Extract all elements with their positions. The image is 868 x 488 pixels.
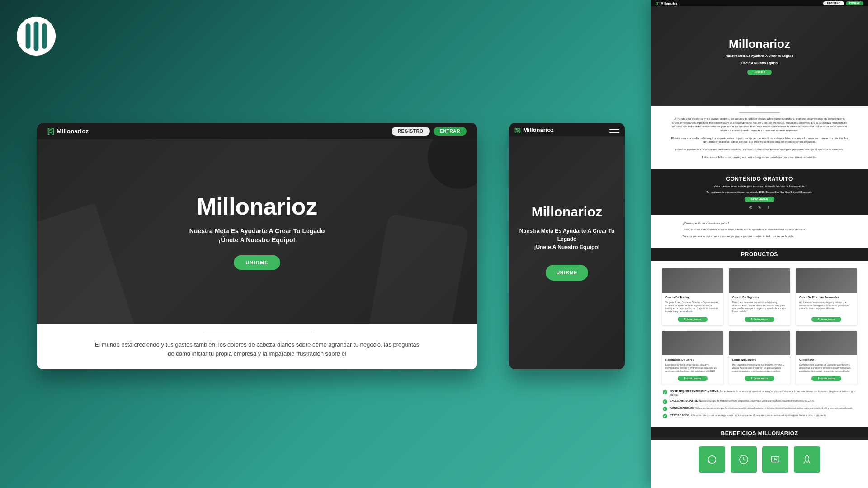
know-p1: Lo es, pero solo en potencia, si no se t… [683,228,836,232]
unirme-button[interactable]: UNIRME [747,70,772,75]
entrar-button[interactable]: ENTRAR [434,127,467,136]
brand-name: Millonarioz [523,127,554,133]
benefit-icon-4 [794,446,820,473]
product-image [796,268,857,293]
registro-button[interactable]: REGISTRO [823,1,844,5]
product-body: Cursos De TradingTe gusta Forex, Opcione… [662,293,723,317]
product-desc: Te gusta Forex, Opciones Binarias o Crip… [665,301,720,313]
intro-divider [203,332,311,332]
check-icon: ✓ [663,407,667,411]
clock-icon [737,453,750,466]
productos-grid: Cursos De TradingTe gusta Forex, Opcione… [651,261,868,387]
instagram-icon[interactable]: ◎ [748,206,753,210]
product-body: Curso De Finanzas PersonalesAquí te ense… [796,293,857,317]
benefit-icon-2 [731,446,757,473]
hero-title: Millonarioz [532,204,603,220]
intro-section: El mundo está creciendo y tus gastos tam… [37,324,477,358]
nav-buttons: REGISTRO ENTRAR [823,1,863,5]
feature-text: NO SE REQUIERE EXPERIENCIA PREVIA. No es… [670,390,856,397]
feature-text: EXCELENTE SOPORTE. Nuestro equipo de tra… [670,399,815,403]
beneficios-heading: BENEFICIOS MILLONARIOZ [651,427,868,440]
mobile-hero: Millonarioz Nuestra Meta Es Ayudarte A C… [509,136,625,369]
product-image [729,268,790,293]
navbar: [$] Millonarioz REGISTRO ENTRAR [37,123,477,139]
hero-sub1: Nuestra Meta Es Ayudarte A Crear Tu Lega… [726,54,793,58]
product-card: Loans No BordersHaz un análisis completo… [729,331,790,385]
brand: [$] Millonarioz [47,127,89,135]
brand-name: Millonarioz [57,128,89,135]
hero-decor [37,203,137,324]
feature-item: ✓CERTIFICACIÓN. Al finalizar tus cursos … [663,414,856,418]
product-image [662,268,723,293]
intro-f1: El mundo está creciendo y tus gastos tam… [671,117,848,133]
hero-sub2: ¡Únete A Nuestro Equipo! [741,61,779,65]
hamburger-menu-icon[interactable] [609,127,619,133]
product-card: Resúmenes De LibrosLeer libros continúa … [662,331,723,385]
gratuito-title: CONTENIDO GRATUITO [678,176,841,182]
product-desc: Contamos con expertos de Consultoría Fin… [799,363,854,372]
hero-sub2: ¡Únete A Nuestro Equipo! [219,235,295,244]
product-button[interactable]: Próximamente [811,317,841,322]
hv-logo [16,16,57,56]
preview-mobile: [$] Millonarioz Millonarioz Nuestra Meta… [509,123,625,369]
product-title: Cursos De Trading [665,296,720,299]
productos-heading: PRODUCTOS [651,248,868,261]
hero-title: Millonarioz [729,37,790,51]
gratuito-line2: Te regalamos la guía resumida con un val… [678,191,841,194]
brand: [$] Millonarioz [656,2,677,5]
product-button[interactable]: Próximamente [678,376,707,381]
product-button[interactable]: Próximamente [678,317,707,322]
gratuito-line1: Visita nuestras redes sociales para enco… [678,185,841,188]
intro-section: El mundo está creciendo y tus gastos tam… [651,106,868,169]
product-image [729,331,790,355]
play-icon [769,453,782,466]
check-icon: ✓ [663,399,667,404]
preview-fullpage: [$] Millonarioz REGISTRO ENTRAR Millonar… [651,0,868,488]
benefit-icon-1 [699,446,725,473]
nav-buttons: REGISTRO ENTRAR [392,127,467,136]
feature-item: ✓ACTUALIZACIONES. Todos los cursos a los… [663,407,856,411]
preview-desktop: [$] Millonarioz REGISTRO ENTRAR Millonar… [37,123,477,369]
facebook-icon[interactable]: f [766,206,771,210]
brand-mark-icon: [$] [47,127,54,135]
hero-decor [428,139,477,189]
unirme-button[interactable]: UNIRME [546,265,589,281]
product-body: ConsultoríaContamos con expertos de Cons… [796,355,857,376]
product-body: Cursos De NegociosEste curso tiene una f… [729,293,790,317]
hero-sub1: Nuestra Meta Es Ayudarte A Crear Tu Lega… [509,227,625,243]
product-image [796,331,857,355]
benefit-icon-3 [762,446,788,473]
product-button[interactable]: Próximamente [745,376,774,381]
social-icons: ◎ ✎ f [678,206,841,210]
product-title: Curso De Finanzas Personales [799,296,854,299]
entrar-button[interactable]: ENTRAR [846,1,863,5]
product-button[interactable]: Próximamente [811,376,841,381]
hero-decor [368,213,469,324]
feature-item: ✓EXCELENTE SOPORTE. Nuestro equipo de tr… [663,399,856,404]
rocket-icon [801,453,813,466]
hv-logo-icon [16,16,57,56]
registro-button[interactable]: REGISTRO [392,127,430,136]
hero-sub1: Nuestra Meta Es Ayudarte A Crear Tu Lega… [189,226,325,235]
know-q: ¿Crees que el conocimiento es poder? [683,221,836,225]
feature-text: CERTIFICACIÓN. Al finalizar tus cursos t… [670,414,827,417]
brand-name: Millonarioz [661,2,678,5]
brand-mark-icon: [$] [514,127,520,133]
product-card: Cursos De TradingTe gusta Forex, Opcione… [662,268,723,325]
product-desc: Este curso tiene una formación de Market… [732,301,787,313]
product-image [662,331,723,355]
blog-icon[interactable]: ✎ [757,206,762,210]
hero: Millonarioz Nuestra Meta Es Ayudarte A C… [651,6,868,106]
check-icon: ✓ [663,390,667,394]
beneficios-icons [651,440,868,479]
brand-mark-icon: [$] [656,2,660,5]
headset-icon [706,453,718,466]
product-desc: Haz un análisis completo de tus finanzas… [732,363,787,372]
hero: Millonarioz Nuestra Meta Es Ayudarte A C… [37,139,477,324]
hero-sub2: ¡Únete A Nuestro Equipo! [528,243,606,251]
product-button[interactable]: Próximamente [745,317,774,322]
descargar-button[interactable]: DESCARGAR [745,197,774,202]
unirme-button[interactable]: UNIRME [234,255,280,270]
check-icon: ✓ [663,414,667,418]
product-title: Loans No Borders [732,358,787,361]
